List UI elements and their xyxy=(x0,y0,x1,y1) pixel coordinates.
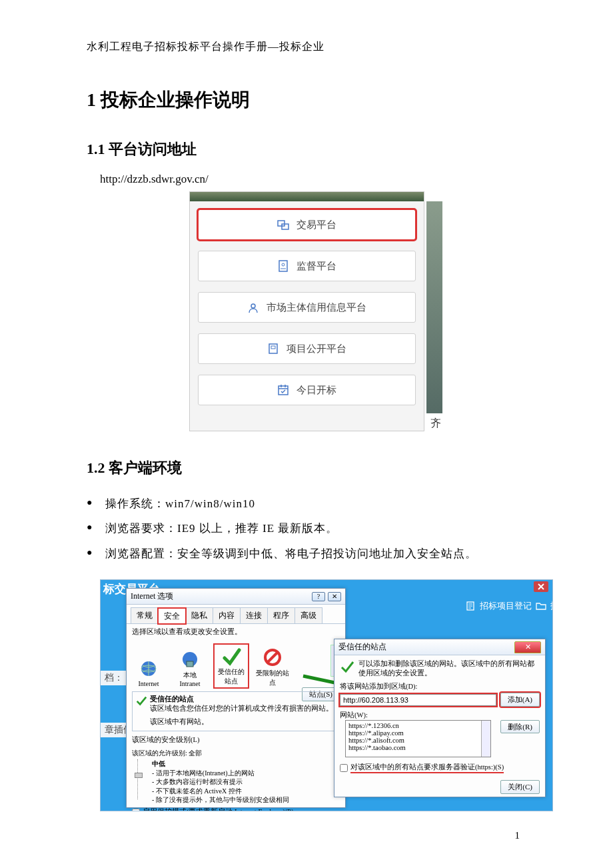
help-button[interactable]: ? xyxy=(312,592,325,601)
zone-0[interactable]: Internet xyxy=(132,659,165,687)
svg-rect-6 xyxy=(271,346,275,349)
section-1-2-title: 1.2 客户端环境 xyxy=(87,458,526,478)
require-https-checkbox[interactable] xyxy=(340,764,348,772)
menu-item-2[interactable]: 市场主体信用信息平台 xyxy=(198,292,416,323)
platform-menu-screenshot: 交易平台监督平台市场主体信用信息平台项目公开平台今日开标 齐 xyxy=(189,191,424,431)
bg-toolbar: 招标项目登记 招 xyxy=(465,600,553,612)
section-1-1-title: 1.1 平台访问地址 xyxy=(87,139,526,159)
level-line: - 大多数内容运行时都没有提示 xyxy=(152,777,340,787)
close-dialog-button[interactable]: 关闭(C) xyxy=(500,780,540,794)
bg-close-icon xyxy=(534,581,548,592)
trusted-zone-box: 受信任的站点 该区域包含您信任对您的计算机或文件没有损害的网站。 该区域中有网站… xyxy=(132,691,340,731)
svg-point-4 xyxy=(251,304,255,308)
level-line: - 不下载未签名的 ActiveX 控件 xyxy=(152,787,340,796)
level-line: - 适用于本地网络(Intranet)上的网站 xyxy=(152,769,340,778)
menu-icon xyxy=(267,342,280,355)
zone-label: 本地 Intranet xyxy=(173,671,207,687)
list-item[interactable]: https://*.taobao.com xyxy=(348,744,488,751)
menu-icon xyxy=(277,218,290,231)
list-scrollbar[interactable] xyxy=(481,721,490,757)
protected-mode-label: 启用保护模式(要求重新启动 Internet Explorer)(P) xyxy=(143,807,293,812)
platform-url: http://dzzb.sdwr.gov.cn/ xyxy=(100,173,526,186)
remove-button[interactable]: 删除(R) xyxy=(500,720,540,733)
zone-icon xyxy=(263,647,283,667)
list-item[interactable]: https://*.alipay.com xyxy=(348,729,488,737)
bg-toolbar-label2: 招 xyxy=(550,600,553,612)
zone-label: Internet xyxy=(132,680,165,687)
svg-rect-1 xyxy=(282,224,289,229)
tab-常规[interactable]: 常规 xyxy=(131,607,159,623)
menu-icon xyxy=(277,383,290,397)
tab-安全[interactable]: 安全 xyxy=(158,608,186,624)
level-name: 中低 xyxy=(152,760,165,767)
protected-mode-checkbox[interactable] xyxy=(132,809,140,812)
tab-隐私[interactable]: 隐私 xyxy=(185,607,213,623)
sites-list-label: 网站(W): xyxy=(334,711,545,720)
level-line: - 除了没有提示外，其他与中等级别安全级相同 xyxy=(152,795,340,805)
check-icon xyxy=(135,695,147,707)
ie-screenshot: 标交易平台 招标项目登记 招 档： 章插件 Internet 选项 ? ✕ 常规… xyxy=(100,579,553,811)
tab-高级[interactable]: 高级 xyxy=(295,607,322,623)
menu-label: 监督平台 xyxy=(297,260,336,273)
add-site-input[interactable] xyxy=(340,694,496,706)
zone-3[interactable]: 受限制的站点 xyxy=(256,647,289,687)
trusted-heading: 受信任的站点 xyxy=(150,695,194,703)
dialog-title: Internet 选项 xyxy=(131,591,173,602)
zone-prompt: 选择区域以查看或更改安全设置。 xyxy=(127,624,345,639)
trusted-text2: 该区域中有网站。 xyxy=(150,718,209,725)
page-number: 1 xyxy=(515,830,520,841)
list-item[interactable]: https://*.12306.cn xyxy=(348,722,488,729)
close-button[interactable]: ✕ xyxy=(514,641,541,653)
zone-label: 受信任的站点 xyxy=(216,667,247,686)
menu-item-3[interactable]: 项目公开平台 xyxy=(198,333,416,364)
menu-item-1[interactable]: 监督平台 xyxy=(198,251,416,281)
sites-listbox[interactable]: https://*.12306.cnhttps://*.alipay.comht… xyxy=(345,720,491,757)
side-char: 齐 xyxy=(430,417,441,431)
menu-label: 市场主体信用信息平台 xyxy=(267,301,366,314)
allowed-levels: 该区域的允许级别: 全部 xyxy=(132,749,340,758)
menu-item-4[interactable]: 今日开标 xyxy=(198,375,416,405)
tab-程序[interactable]: 程序 xyxy=(267,607,295,623)
trusted-dialog-title: 受信任的站点 xyxy=(338,641,386,653)
trusted-info-text: 可以添加和删除该区域的网站。该区域中的所有网站都使用区域的安全设置。 xyxy=(358,659,540,678)
internet-options-dialog: Internet 选项 ? ✕ 常规安全隐私内容连接程序高级 选择区域以查看或更… xyxy=(126,588,346,808)
folder-icon xyxy=(536,601,546,611)
h1-title: 1 投标企业操作说明 xyxy=(87,87,526,113)
menu-label: 今日开标 xyxy=(297,384,336,397)
zone-2[interactable]: 受信任的站点 xyxy=(215,645,248,687)
require-https-label: 对该区域中的所有站点要求服务器验证(https:)(S) xyxy=(350,763,504,773)
menu-label: 交易平台 xyxy=(297,219,336,231)
zone-label: 受限制的站点 xyxy=(256,669,289,687)
security-level-label: 该区域的安全级别(L) xyxy=(132,735,340,745)
bg-toolbar-label1: 招标项目登记 xyxy=(480,600,532,612)
menu-label: 项目公开平台 xyxy=(287,343,346,355)
bullet-2: 浏览器配置：安全等级调到中低、将电子招投访问地址加入安全站点。 xyxy=(87,541,526,566)
svg-rect-0 xyxy=(278,221,285,226)
tab-连接[interactable]: 连接 xyxy=(240,607,268,623)
svg-point-3 xyxy=(282,263,285,266)
bullet-0: 操作系统：win7/win8/win10 xyxy=(87,491,526,516)
close-button[interactable]: ✕ xyxy=(328,592,341,601)
trusted-text1: 该区域包含您信任对您的计算机或文件没有损害的网站。 xyxy=(150,705,333,712)
menu-icon xyxy=(277,259,290,273)
svg-rect-13 xyxy=(187,661,193,667)
list-item[interactable]: https://*.alisoft.com xyxy=(348,737,488,744)
check-icon xyxy=(340,659,354,674)
add-site-label: 将该网站添加到区域(D): xyxy=(334,682,545,691)
svg-rect-7 xyxy=(279,386,288,395)
bullet-1: 浏览器要求：IE9 以上，推荐 IE 最新版本。 xyxy=(87,516,526,541)
document-icon xyxy=(465,601,476,611)
add-button[interactable]: 添加(A) xyxy=(500,693,540,707)
zone-icon xyxy=(139,659,159,679)
zone-1[interactable]: 本地 Intranet xyxy=(173,649,207,687)
menu-item-0[interactable]: 交易平台 xyxy=(198,209,416,240)
zone-icon xyxy=(221,646,241,666)
zone-icon xyxy=(180,649,200,669)
security-slider[interactable] xyxy=(137,759,147,799)
trusted-sites-dialog: 受信任的站点 ✕ 可以添加和删除该区域的网站。该区域中的所有网站都使用区域的安全… xyxy=(334,639,546,797)
doc-header: 水利工程电子招标投标平台操作手册—投标企业 xyxy=(87,40,526,54)
tab-内容[interactable]: 内容 xyxy=(213,607,241,623)
menu-icon xyxy=(247,301,260,314)
